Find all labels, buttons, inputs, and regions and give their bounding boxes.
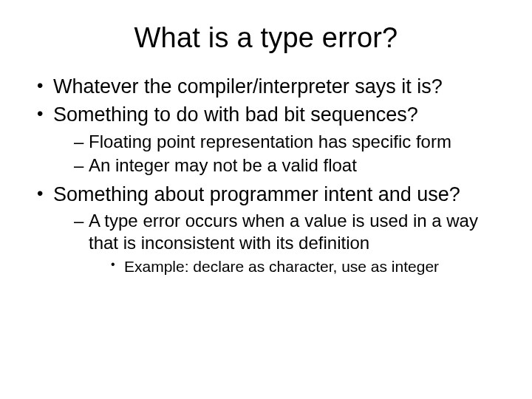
bullet-item: Whatever the compiler/interpreter says i… (37, 75, 502, 100)
sub-bullet-text: Floating point representation has specif… (89, 132, 451, 151)
bullet-text: Something about programmer intent and us… (53, 183, 460, 205)
sub-bullet-text: A type error occurs when a value is used… (89, 211, 478, 253)
sub-bullet-item: An integer may not be a valid float (74, 154, 502, 177)
bullet-item: Something about programmer intent and us… (37, 183, 502, 277)
sub-bullet-item: Floating point representation has specif… (74, 131, 502, 153)
sub-sub-bullet-list: Example: declare as character, use as in… (89, 257, 502, 276)
sub-bullet-list: Floating point representation has specif… (53, 131, 502, 177)
bullet-list: Whatever the compiler/interpreter says i… (30, 75, 502, 277)
slide: What is a type error? Whatever the compi… (0, 0, 532, 399)
bullet-item: Something to do with bad bit sequences? … (37, 103, 502, 177)
bullet-text: Something to do with bad bit sequences? (53, 103, 418, 126)
sub-sub-bullet-item: Example: declare as character, use as in… (111, 257, 502, 276)
sub-sub-bullet-text: Example: declare as character, use as in… (124, 258, 439, 275)
slide-title: What is a type error? (30, 22, 502, 54)
bullet-text: Whatever the compiler/interpreter says i… (53, 75, 443, 98)
sub-bullet-item: A type error occurs when a value is used… (74, 210, 502, 276)
sub-bullet-text: An integer may not be a valid float (89, 155, 357, 175)
sub-bullet-list: A type error occurs when a value is used… (53, 210, 502, 276)
